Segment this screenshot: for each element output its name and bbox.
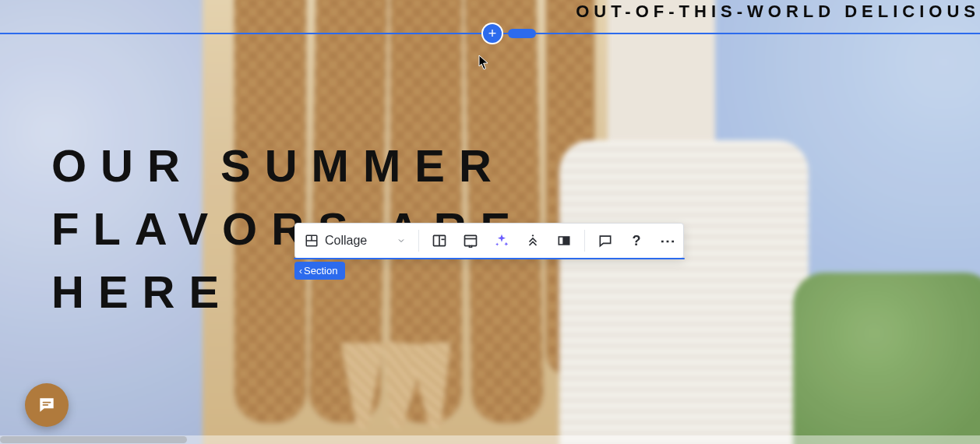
section-selection-outline: [294, 258, 685, 259]
toolbar-separator: [418, 230, 419, 252]
svg-rect-8: [532, 234, 534, 237]
svg-rect-10: [43, 404, 49, 406]
horizontal-scrollbar[interactable]: [0, 435, 980, 444]
layout-select[interactable]: Collage: [295, 234, 414, 248]
help-icon: ?: [633, 233, 641, 249]
svg-rect-6: [465, 235, 477, 245]
section-drag-handle[interactable]: [508, 29, 536, 38]
chat-bubble-icon: [37, 395, 57, 415]
hero-line-1: OUR SUMMER: [51, 134, 524, 197]
layout-select-label: Collage: [325, 234, 367, 248]
chevron-down-icon: [397, 236, 406, 245]
chevron-left-icon: ‹: [299, 266, 302, 277]
tagline-text: OUT-OF-THIS-WORLD DELICIOUS: [576, 2, 980, 22]
double-chevron-up-icon: [526, 234, 540, 248]
section-toolbar: Collage: [294, 223, 684, 259]
more-icon: ⋯: [660, 231, 676, 250]
layout-grid-icon: [305, 234, 319, 248]
comment-icon: [598, 233, 613, 248]
add-section-button[interactable]: +: [483, 24, 502, 43]
help-button[interactable]: ?: [622, 227, 650, 255]
browser-preview-button[interactable]: [457, 227, 485, 255]
sparkle-icon: [494, 233, 509, 248]
flip-horizontal-icon: [556, 233, 572, 248]
comment-button[interactable]: [591, 227, 619, 255]
browser-icon: [463, 233, 478, 248]
selection-breadcrumb[interactable]: ‹ Section: [294, 262, 345, 280]
layout-split-icon: [432, 233, 447, 248]
plus-icon: +: [488, 26, 497, 41]
toolbar-separator: [584, 230, 585, 252]
more-options-button[interactable]: ⋯: [654, 227, 682, 255]
breadcrumb-label: Section: [304, 265, 337, 277]
scrollbar-thumb[interactable]: [0, 436, 187, 443]
svg-rect-9: [43, 402, 51, 403]
move-up-button[interactable]: [519, 227, 547, 255]
layout-split-button[interactable]: [425, 227, 453, 255]
flip-button[interactable]: [550, 227, 578, 255]
editor-canvas: OUT-OF-THIS-WORLD DELICIOUS + OUR SUMMER…: [0, 0, 980, 444]
ai-generate-button[interactable]: [488, 227, 516, 255]
chat-fab[interactable]: [25, 383, 69, 427]
hero-line-3: HERE: [51, 260, 524, 323]
